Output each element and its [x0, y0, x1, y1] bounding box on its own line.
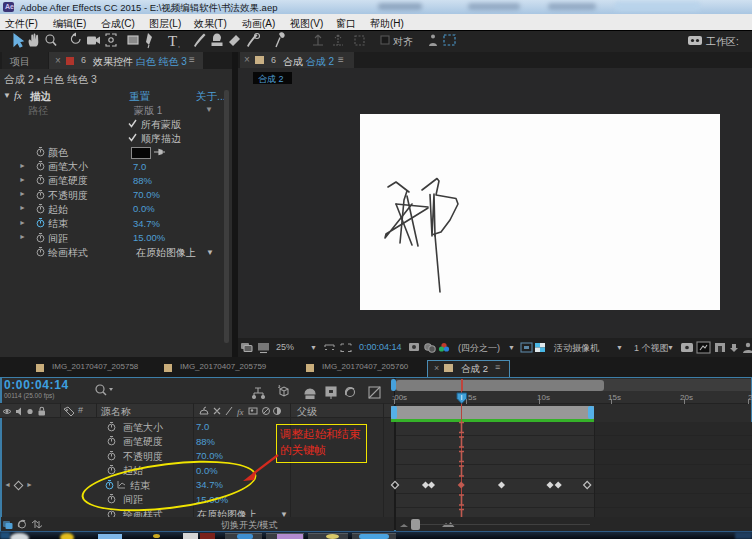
svg-text:T: T — [168, 33, 177, 49]
svg-text:,: , — [178, 41, 180, 48]
svg-text:fx: fx — [237, 407, 244, 417]
